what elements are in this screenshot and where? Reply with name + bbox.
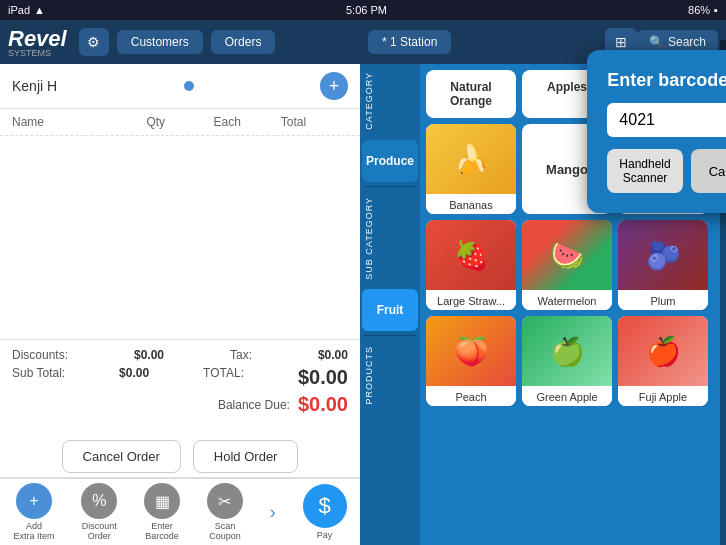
- search-icon: 🔍: [649, 35, 664, 49]
- main-container: Revel SYSTEMS ⚙ Customers Orders Kenji H…: [0, 20, 726, 545]
- search-label: Search: [668, 35, 706, 49]
- watermelon-product[interactable]: 🍉 Watermelon: [522, 220, 612, 310]
- col-each: Each: [214, 115, 281, 129]
- modal-title: Enter barcode: [607, 70, 726, 91]
- add-button[interactable]: +: [320, 72, 348, 100]
- fuji-apple-image: 🍎: [618, 316, 708, 386]
- large-strawberry-image: 🍓: [426, 220, 516, 290]
- col-qty: Qty: [146, 115, 213, 129]
- large-strawberry-product[interactable]: 🍓 Large Straw...: [426, 220, 516, 310]
- left-panel: Revel SYSTEMS ⚙ Customers Orders Kenji H…: [0, 20, 360, 545]
- status-bar: iPad ▲ 5:06 PM 86% ▪: [0, 0, 726, 20]
- modal-cancel-button[interactable]: Cancel: [691, 149, 726, 193]
- right-panel: * 1 Station ⊞ 🔍 Search CATEGORY Produce …: [360, 20, 726, 545]
- modal-overlay: Enter barcode HandheldScanner Cancel OK: [720, 40, 726, 545]
- orders-button[interactable]: Orders: [211, 30, 276, 54]
- status-bar-right: 86% ▪: [688, 4, 718, 16]
- ipad-label: iPad: [8, 4, 30, 16]
- category-divider: [364, 186, 416, 187]
- gear-button[interactable]: ⚙: [79, 28, 109, 56]
- green-apple-image: 🍏: [522, 316, 612, 386]
- category-sidebar: CATEGORY Produce SUB CATEGORY Fruit PROD…: [360, 64, 420, 545]
- customer-area: Kenji H +: [0, 64, 360, 109]
- cancel-order-button[interactable]: Cancel Order: [62, 440, 181, 473]
- fruit-category[interactable]: Fruit: [362, 289, 418, 331]
- green-apple-label: Green Apple: [522, 388, 612, 406]
- modal-buttons: HandheldScanner Cancel OK: [607, 149, 726, 193]
- sub-category-divider: [364, 335, 416, 336]
- tax-value: $0.00: [318, 348, 348, 362]
- col-name: Name: [12, 115, 146, 129]
- wifi-icon: ▲: [34, 4, 45, 16]
- col-total: Total: [281, 115, 348, 129]
- pay-btn[interactable]: $ Pay: [303, 484, 347, 540]
- add-extra-item-icon: +: [16, 483, 52, 519]
- discounts-row: Discounts: $0.00 Tax: $0.00: [12, 348, 348, 362]
- discount-order-btn[interactable]: % DiscountOrder: [81, 483, 117, 541]
- natural-orange-btn[interactable]: NaturalOrange: [426, 70, 516, 118]
- scan-coupon-btn[interactable]: ✂ ScanCoupon: [207, 483, 243, 541]
- discounts-value: $0.00: [134, 348, 164, 362]
- products-section-label: PRODUCTS: [360, 338, 420, 413]
- fruit-label: Fruit: [377, 303, 404, 317]
- subtotal-row: Sub Total: $0.00 TOTAL: $0.00: [12, 366, 348, 389]
- barcode-modal: Enter barcode HandheldScanner Cancel OK: [587, 50, 726, 213]
- bananas-label: Bananas: [426, 196, 516, 214]
- bananas-image: 🍌: [426, 124, 516, 194]
- subtotal-label: Sub Total:: [12, 366, 65, 389]
- plum-label: Plum: [618, 292, 708, 310]
- category-section-label: CATEGORY: [360, 64, 420, 138]
- battery-icon: ▪: [714, 4, 718, 16]
- customer-name: Kenji H: [12, 78, 57, 94]
- sub-category-section-label: SUB CATEGORY: [360, 189, 420, 288]
- customer-dot: [184, 81, 194, 91]
- tax-label: Tax:: [230, 348, 252, 362]
- discount-order-icon: %: [81, 483, 117, 519]
- scan-coupon-label: ScanCoupon: [209, 521, 241, 541]
- scan-coupon-icon: ✂: [207, 483, 243, 519]
- barcode-input[interactable]: [607, 103, 726, 137]
- watermelon-image: 🍉: [522, 220, 612, 290]
- enter-barcode-btn[interactable]: ▦ EnterBarcode: [144, 483, 180, 541]
- balance-value: $0.00: [298, 393, 348, 416]
- subtotal-value: $0.00: [119, 366, 149, 389]
- customers-button[interactable]: Customers: [117, 30, 203, 54]
- top-nav-left: Revel SYSTEMS ⚙ Customers Orders: [0, 20, 360, 64]
- peach-label: Peach: [426, 388, 516, 406]
- toolbar-arrow: ›: [270, 502, 276, 523]
- produce-category[interactable]: Produce: [362, 140, 418, 182]
- produce-label: Produce: [366, 154, 414, 168]
- discounts-label: Discounts:: [12, 348, 68, 362]
- action-buttons: Cancel Order Hold Order: [0, 432, 360, 477]
- enter-barcode-label: EnterBarcode: [145, 521, 179, 541]
- total-value: $0.00: [298, 366, 348, 389]
- total-label: TOTAL:: [203, 366, 244, 389]
- balance-row: Balance Due: $0.00: [12, 393, 348, 416]
- totals-area: Discounts: $0.00 Tax: $0.00 Sub Total: $…: [0, 339, 360, 432]
- status-bar-left: iPad ▲: [8, 4, 45, 16]
- order-table-header: Name Qty Each Total: [0, 109, 360, 136]
- enter-barcode-icon: ▦: [144, 483, 180, 519]
- fuji-apple-product[interactable]: 🍎 Fuji Apple: [618, 316, 708, 406]
- pay-icon: $: [303, 484, 347, 528]
- plum-product[interactable]: 🫐 Plum: [618, 220, 708, 310]
- add-extra-item-btn[interactable]: + AddExtra Item: [13, 483, 54, 541]
- order-table: Name Qty Each Total: [0, 109, 360, 339]
- add-extra-item-label: AddExtra Item: [13, 521, 54, 541]
- fuji-apple-label: Fuji Apple: [618, 388, 708, 406]
- station-button[interactable]: * 1 Station: [368, 30, 451, 54]
- bananas-product[interactable]: 🍌 Bananas: [426, 124, 516, 214]
- order-table-body: [0, 136, 360, 296]
- discount-order-label: DiscountOrder: [82, 521, 117, 541]
- revel-logo-container: Revel SYSTEMS: [8, 26, 71, 58]
- hold-order-button[interactable]: Hold Order: [193, 440, 299, 473]
- peach-product[interactable]: 🍑 Peach: [426, 316, 516, 406]
- battery-label: 86%: [688, 4, 710, 16]
- bottom-toolbar: + AddExtra Item % DiscountOrder ▦ EnterB…: [0, 477, 360, 545]
- pay-label: Pay: [317, 530, 333, 540]
- large-strawberry-label: Large Straw...: [426, 292, 516, 310]
- green-apple-product[interactable]: 🍏 Green Apple: [522, 316, 612, 406]
- balance-label: Balance Due:: [218, 398, 290, 412]
- peach-image: 🍑: [426, 316, 516, 386]
- handheld-scanner-button[interactable]: HandheldScanner: [607, 149, 682, 193]
